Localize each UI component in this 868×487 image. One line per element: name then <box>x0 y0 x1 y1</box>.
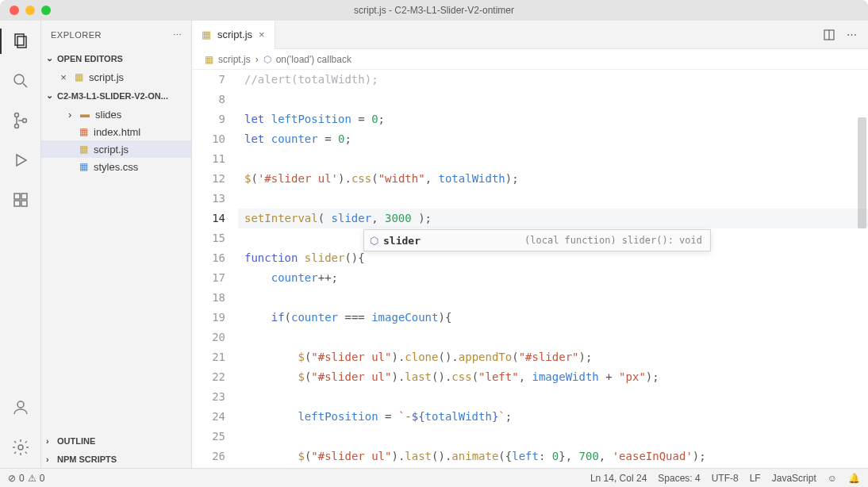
chevron-right-icon: › <box>46 454 57 464</box>
breadcrumb[interactable]: ▦ script.js › ⬡ on('load') callback <box>192 49 868 70</box>
close-window-button[interactable] <box>10 6 19 15</box>
css-file-icon: ▦ <box>76 161 90 172</box>
code-line[interactable] <box>238 427 868 447</box>
svg-rect-1 <box>17 36 26 48</box>
svg-marker-7 <box>17 155 26 166</box>
settings-activity-icon[interactable] <box>10 436 32 458</box>
source-control-activity-icon[interactable] <box>10 109 32 132</box>
close-editor-icon[interactable]: × <box>57 71 70 83</box>
error-icon: ⊘ <box>8 473 16 484</box>
open-editor-item[interactable]: × ▦ script.js <box>41 68 191 86</box>
sidebar-more-icon[interactable]: ⋯ <box>173 30 182 40</box>
code-line[interactable]: $('#slider ul').css("width", totalWidth)… <box>238 169 868 189</box>
status-cursor[interactable]: Ln 14, Col 24 <box>590 473 647 484</box>
code-line[interactable]: setInterval( slider, 3000 ); <box>238 209 868 228</box>
code-line[interactable]: let counter = 0; <box>238 129 868 149</box>
js-file-icon: ▦ <box>205 54 213 65</box>
chevron-right-icon: › <box>68 109 78 121</box>
code-line[interactable]: $("#slider ul").clone().appendTo("#slide… <box>238 347 868 367</box>
svg-rect-11 <box>21 194 27 199</box>
svg-point-5 <box>14 125 18 128</box>
html-file-icon: ▦ <box>76 126 90 137</box>
file-item-index-html[interactable]: ▦ index.html <box>41 123 191 140</box>
maximize-window-button[interactable] <box>41 6 51 15</box>
code-editor[interactable]: 789101112131415161718192021222324252627 … <box>192 70 868 468</box>
folder-item-slides[interactable]: › ▬ slides <box>41 105 191 123</box>
window-controls <box>0 6 51 15</box>
code-line[interactable]: let leftPosition = 0; <box>238 109 868 129</box>
status-errors[interactable]: ⊘0 ⚠0 <box>8 473 44 484</box>
split-editor-icon[interactable] <box>823 29 835 41</box>
status-indent[interactable]: Spaces: 4 <box>658 473 700 484</box>
sidebar-title: EXPLORER ⋯ <box>41 21 191 49</box>
run-debug-activity-icon[interactable] <box>10 149 32 171</box>
minimize-window-button[interactable] <box>25 6 35 15</box>
svg-point-13 <box>18 445 23 450</box>
svg-point-2 <box>14 75 24 84</box>
accounts-activity-icon[interactable] <box>10 397 32 419</box>
svg-rect-10 <box>21 201 27 206</box>
js-file-icon: ▦ <box>76 144 90 155</box>
status-language[interactable]: JavaScript <box>772 473 816 484</box>
code-line[interactable] <box>238 90 868 109</box>
svg-point-4 <box>14 113 18 117</box>
activity-bar <box>0 21 41 468</box>
code-line[interactable]: if(counter === imageCount){ <box>238 308 868 328</box>
svg-rect-8 <box>14 194 20 199</box>
line-gutter: 789101112131415161718192021222324252627 <box>192 70 238 468</box>
symbol-function-icon: ⬡ <box>364 235 383 247</box>
chevron-down-icon: ⌄ <box>46 53 57 63</box>
outline-section[interactable]: › OUTLINE <box>41 431 191 450</box>
warning-icon: ⚠ <box>28 473 36 484</box>
file-item-styles-css[interactable]: ▦ styles.css <box>41 158 191 175</box>
svg-point-12 <box>17 401 24 408</box>
extensions-activity-icon[interactable] <box>10 189 32 211</box>
code-line[interactable]: $("#slider ul").last().animate({left: 0}… <box>238 447 868 466</box>
tab-script-js[interactable]: ▦ script.js × <box>192 21 275 49</box>
editor-group: ▦ script.js × ⋯ ▦ script.js › ⬡ on('load… <box>192 21 868 468</box>
svg-line-3 <box>23 83 27 87</box>
code-line[interactable] <box>238 149 868 169</box>
explorer-activity-icon[interactable] <box>10 30 32 52</box>
svg-rect-0 <box>15 34 24 45</box>
open-editors-section[interactable]: ⌄ OPEN EDITORS <box>41 49 191 67</box>
status-bar: ⊘0 ⚠0 Ln 14, Col 24 Spaces: 4 UTF-8 LF J… <box>0 468 868 487</box>
folder-icon: ▬ <box>78 109 92 120</box>
intellisense-suggest[interactable]: ⬡ slider (local function) slider(): void <box>363 229 711 251</box>
chevron-right-icon: › <box>46 436 57 446</box>
close-tab-icon[interactable]: × <box>259 29 265 40</box>
code-line[interactable]: $("#slider ul").last().css("left", image… <box>238 367 868 387</box>
svg-rect-9 <box>14 201 20 206</box>
project-section[interactable]: ⌄ C2-M3-L1-SLIDER-V2-ON... <box>41 86 191 105</box>
npm-scripts-section[interactable]: › NPM SCRIPTS <box>41 450 191 468</box>
js-file-icon: ▦ <box>202 29 211 40</box>
code-content[interactable]: ⬡ slider (local function) slider(): void… <box>238 70 868 468</box>
feedback-icon[interactable]: ☺ <box>828 473 837 484</box>
window-titlebar: script.js - C2-M3-L1-Slider-V2-ontimer <box>0 0 868 21</box>
notifications-icon[interactable]: 🔔 <box>848 473 860 484</box>
more-actions-icon[interactable]: ⋯ <box>847 29 857 41</box>
code-line[interactable] <box>238 288 868 308</box>
code-line[interactable]: $("#slider ul").first().animate({left: l… <box>238 466 868 468</box>
code-line[interactable]: leftPosition = `-${totalWidth}`; <box>238 407 868 427</box>
explorer-sidebar: EXPLORER ⋯ ⌄ OPEN EDITORS × ▦ script.js … <box>41 21 192 468</box>
window-title: script.js - C2-M3-L1-Slider-V2-ontimer <box>354 5 514 16</box>
search-activity-icon[interactable] <box>10 70 32 92</box>
scrollbar-thumb[interactable] <box>858 117 866 228</box>
code-line[interactable] <box>238 328 868 347</box>
symbol-method-icon: ⬡ <box>263 54 271 65</box>
status-eol[interactable]: LF <box>750 473 761 484</box>
code-line[interactable]: //alert(totalWidth); <box>238 70 868 90</box>
js-file-icon: ▦ <box>71 71 86 82</box>
file-item-script-js[interactable]: ▦ script.js <box>41 140 191 158</box>
code-line[interactable]: counter++; <box>238 268 868 288</box>
chevron-down-icon: ⌄ <box>46 90 57 101</box>
code-line[interactable] <box>238 189 868 209</box>
status-encoding[interactable]: UTF-8 <box>712 473 739 484</box>
chevron-right-icon: › <box>255 54 259 65</box>
svg-point-6 <box>22 119 26 123</box>
code-line[interactable] <box>238 387 868 407</box>
tab-bar: ▦ script.js × ⋯ <box>192 21 868 49</box>
